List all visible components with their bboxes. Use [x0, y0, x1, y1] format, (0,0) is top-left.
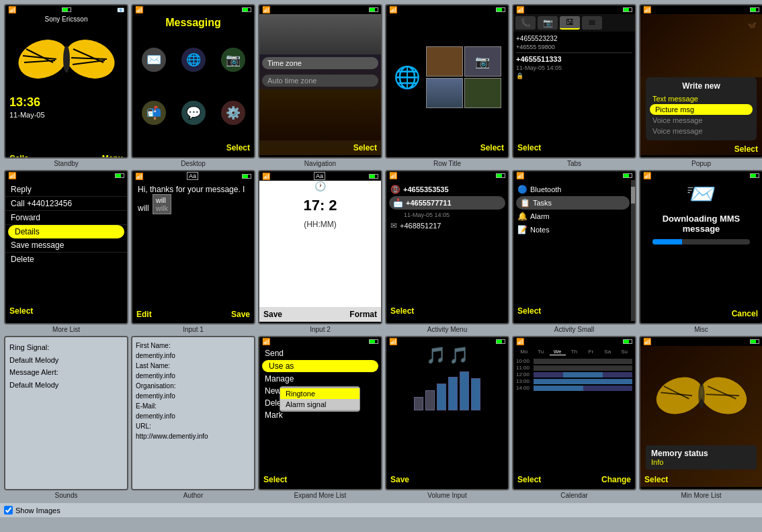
battery-desktop	[242, 7, 251, 12]
screen-morelist: 📶 Reply Call +440123456 Forward Details …	[4, 170, 128, 324]
tab-msg[interactable]: ✉	[582, 16, 602, 30]
i1-save-btn[interactable]: Save	[231, 310, 250, 319]
as-item-0[interactable]: 🔵 Bluetooth	[513, 183, 635, 196]
cal-bottom: Select Change	[513, 472, 635, 487]
popup-item-1[interactable]: Picture msg	[650, 104, 753, 115]
popup-box: Write new Text message Picture msg Voice…	[646, 77, 757, 140]
eml-item-1[interactable]: Use as	[262, 360, 378, 372]
signal-eml: 📶	[262, 338, 270, 345]
cal-select-btn[interactable]: Select	[517, 475, 541, 484]
cell-morelist: 📶 Reply Call +440123456 Forward Details …	[3, 169, 130, 335]
cell-activitymenu: 📶 📵 +4655353535 📩 +4655577711 11-May-05 …	[384, 169, 511, 335]
eml-item-2[interactable]: Manage	[259, 373, 381, 385]
label-misc: Misc	[694, 326, 708, 333]
icon-settings[interactable]: ⚙️	[214, 87, 251, 138]
ml-select-btn[interactable]: Select	[9, 306, 33, 316]
screen-input1: 📶 Aa Hi, thanks for your message. I will…	[131, 170, 255, 324]
ml-item-3[interactable]: Details	[8, 225, 124, 238]
am-item-2[interactable]: ✉ +468851217	[386, 219, 508, 232]
as-icon-3: 📝	[517, 225, 527, 234]
cell-navigation: 📶 Time zone Auto time zone Select Naviga…	[257, 3, 384, 169]
screen-expandmorelist: 📶 Send Use as Manage New f Delete Mark R…	[258, 336, 382, 490]
battery-rt	[496, 7, 505, 12]
status-bar-tabs: 📶	[513, 5, 635, 14]
popup-item-3[interactable]: Voice message	[650, 126, 753, 136]
show-images-checkbox[interactable]	[4, 506, 13, 515]
i1-edit-btn[interactable]: Edit	[136, 310, 152, 319]
cal-day-3: Th	[566, 349, 583, 355]
menu-btn[interactable]: Menu	[102, 154, 123, 159]
ml-item-2[interactable]: Forward	[5, 211, 127, 225]
ml-item-5[interactable]: Delete	[5, 253, 127, 266]
tab-active[interactable]: 🖫	[560, 16, 580, 30]
author-l3: dementiy.info	[136, 371, 251, 381]
vbar-0	[414, 397, 423, 410]
icon-mail[interactable]: 📬	[135, 87, 172, 138]
signal-tabs: 📶	[516, 6, 524, 13]
icon-globe[interactable]: 🌐	[175, 34, 212, 85]
eml-overlay-1[interactable]: Alarm signal	[280, 399, 359, 410]
signal-ml: 📶	[8, 172, 16, 179]
am-item-0[interactable]: 📵 +4655353535	[386, 183, 508, 196]
i2-save-btn[interactable]: Save	[263, 310, 282, 319]
popup-select-btn[interactable]: Select	[734, 144, 758, 154]
popup-item-2[interactable]: Voice message	[650, 115, 753, 126]
tab-camera[interactable]: 📷	[538, 16, 558, 30]
envelope-send-icon: 📨	[686, 180, 716, 208]
label-calendar: Calendar	[560, 492, 588, 499]
footer-bar: Show Images	[0, 503, 762, 517]
i2-format-btn[interactable]: Format	[349, 310, 377, 319]
author-l5: dementiy.info	[136, 391, 251, 401]
am-item-1[interactable]: 📩 +4655577711	[389, 196, 505, 210]
tabs-select-btn[interactable]: Select	[517, 143, 541, 152]
nav-field2[interactable]: Auto time zone	[262, 75, 378, 87]
battery-am	[496, 173, 505, 178]
icon-chat[interactable]: 💬	[175, 87, 212, 138]
vi-save-btn[interactable]: Save	[390, 475, 409, 484]
label-volumeinput: Volume Input	[427, 492, 466, 499]
cal-change-btn[interactable]: Change	[601, 475, 631, 484]
as-label-1: Tasks	[533, 199, 552, 207]
eml-item-0[interactable]: Send	[259, 347, 381, 359]
icon-envelope[interactable]: ✉️	[135, 34, 172, 85]
am-date-text: 11-May-05 14:05	[404, 212, 450, 218]
status-bar-i1: 📶 Aa	[132, 171, 254, 181]
main-grid: 📶 📧 Sony Ericsson	[0, 0, 762, 503]
signal-cal: 📶	[516, 338, 524, 345]
screen-activitymenu: 📶 📵 +4655353535 📩 +4655577711 11-May-05 …	[385, 170, 509, 324]
as-label-2: Alarm	[530, 212, 550, 220]
tabs-num2: +46555 59800	[516, 43, 632, 51]
ml-item-0[interactable]: Reply	[5, 183, 127, 197]
am-select-btn[interactable]: Select	[390, 306, 414, 316]
as-select-btn[interactable]: Select	[517, 306, 541, 316]
input1-text-area[interactable]: Hi, thanks for your message. I will will…	[132, 181, 254, 307]
nav-field1[interactable]: Time zone	[262, 57, 378, 69]
author-l0: First Name:	[136, 341, 251, 351]
ml-item-4[interactable]: Save message	[5, 238, 127, 253]
input1-will: will	[156, 196, 168, 204]
nav-select-btn[interactable]: Select	[353, 143, 377, 152]
signal-popup: 📶	[643, 6, 651, 13]
input1-wilk: wilk	[156, 204, 168, 212]
author-content: First Name: dementiy.info Last Name: dem…	[132, 337, 254, 489]
eml-select-btn[interactable]: Select	[263, 475, 287, 484]
ml-item-1[interactable]: Call +440123456	[5, 197, 127, 211]
calls-btn[interactable]: Calls	[9, 154, 29, 159]
as-item-1[interactable]: 📋 Tasks	[516, 196, 630, 210]
as-icon-2: 🔔	[517, 212, 527, 221]
as-item-3[interactable]: 📝 Notes	[513, 223, 635, 236]
mml-select-btn[interactable]: Select	[644, 475, 668, 484]
battery-popup	[750, 7, 759, 12]
eml-overlay-0[interactable]: Ringtone	[280, 388, 359, 399]
tab-phone[interactable]: 📞	[515, 16, 536, 30]
icon-camera[interactable]: 📷	[214, 34, 251, 85]
tabs-num1: +4655523232	[516, 34, 632, 43]
mml-info: Info	[651, 458, 751, 466]
as-item-2[interactable]: 🔔 Alarm	[513, 210, 635, 223]
note1: 🎵	[426, 346, 446, 365]
misc-cancel-btn[interactable]: Cancel	[732, 309, 758, 318]
desktop-select-btn[interactable]: Select	[226, 143, 250, 152]
status-bar-eml: 📶	[259, 337, 381, 346]
rt-select-btn[interactable]: Select	[480, 143, 504, 152]
popup-item-0[interactable]: Text message	[650, 93, 753, 104]
